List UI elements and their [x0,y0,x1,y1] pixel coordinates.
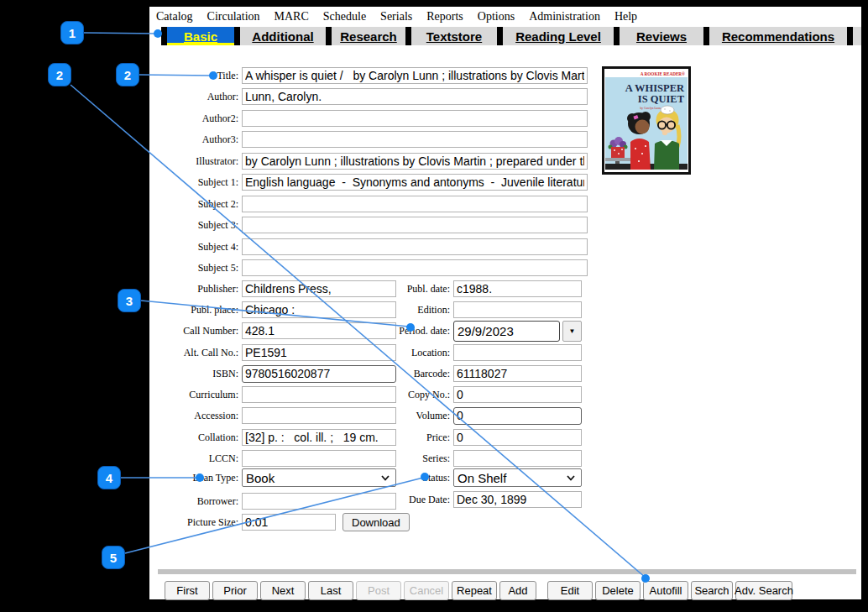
tab-additional[interactable]: Additional [240,27,326,45]
last-button[interactable]: Last [308,581,353,600]
author2-input[interactable] [242,110,588,127]
first-button[interactable]: First [165,581,210,600]
cover-series-text: A ROOKIE READER® [641,71,685,76]
curriculum-label: Curriculum: [149,389,242,401]
post-button[interactable]: Post [356,581,401,600]
tab-separator [326,27,332,45]
series-input[interactable] [453,450,582,467]
period-date-input[interactable] [453,321,560,342]
period-date-dropdown-button[interactable]: ▼ [562,321,582,342]
catalog-window: Catalog Circulation MARC Schedule Serial… [149,7,861,599]
menu-item-marc[interactable]: MARC [275,10,309,24]
delete-button[interactable]: Delete [595,581,641,600]
callout-badge-2a: 2 [48,63,71,86]
menu-item-schedule[interactable]: Schedule [323,10,366,24]
download-button[interactable]: Download [342,513,410,531]
author3-input[interactable] [242,131,588,148]
menu-item-serials[interactable]: Serials [380,10,412,24]
author3-label: Author3: [149,133,242,146]
tab-research-label: Research [340,29,397,44]
illustrator-label: Illustrator: [149,155,242,168]
tab-basic-label: Basic [184,29,217,44]
tab-reviews-label: Reviews [636,29,687,44]
illustrator-input[interactable] [242,153,588,170]
adv-search-button[interactable]: Adv. Search [735,581,792,600]
subject1-input[interactable] [242,174,588,191]
tab-research[interactable]: Research [332,27,405,45]
tab-separator [847,27,853,45]
loan-type-value: Book [246,471,275,485]
add-button[interactable]: Add [499,581,536,600]
subject3-label: Subject 3: [149,219,242,232]
screenshot-root: { "colors": { "accent_blue": "#1187f4", … [0,0,868,612]
period-date-combo: ▼ [453,321,582,342]
volume-input[interactable] [453,407,582,425]
menu-item-options[interactable]: Options [478,10,515,24]
picture-size-input[interactable] [242,514,336,531]
publ-place-label: Publ. place: [149,304,242,316]
tab-textstore[interactable]: Textstore [411,27,497,45]
isbn-label: ISBN: [149,368,242,380]
horizontal-scrollbar-track[interactable] [158,569,856,574]
tab-recommendations[interactable]: Recommendations [709,27,847,45]
copy-no-input[interactable] [453,386,582,403]
subject5-input[interactable] [242,259,588,276]
edition-input[interactable] [453,301,582,318]
tab-reading-level[interactable]: Reading Level [503,27,614,45]
tab-separator [614,27,620,45]
publ-date-input[interactable] [453,280,582,297]
tab-recommendations-label: Recommendations [722,29,834,44]
tab-bar-lead [149,27,161,45]
autofill-button[interactable]: Autofill [643,581,688,600]
cover-title-line2: IS QUIET [638,93,685,105]
callout-badge-4: 4 [97,466,121,489]
subject2-input[interactable] [242,196,588,212]
period-date-label: Period. date: [361,325,453,337]
edit-button[interactable]: Edit [547,581,593,600]
location-label: Location: [361,347,453,359]
author2-label: Author2: [149,112,242,125]
callout-badge-3: 3 [118,289,141,312]
search-button[interactable]: Search [691,581,733,600]
callout-badge-2b: 2 [116,63,139,86]
edition-label: Edition: [361,304,453,316]
alt-call-no-label: Alt. Call No.: [149,347,242,359]
location-input[interactable] [453,344,582,361]
subject3-input[interactable] [242,217,588,233]
title-input[interactable] [242,67,588,84]
due-date-input[interactable] [453,491,582,508]
menu-bar: Catalog Circulation MARC Schedule Serial… [149,7,861,27]
cancel-button[interactable]: Cancel [404,581,449,600]
repeat-button[interactable]: Repeat [452,581,497,600]
menu-item-circulation[interactable]: Circulation [207,10,260,24]
subject4-input[interactable] [242,238,588,255]
next-button[interactable]: Next [260,581,306,600]
borrower-label: Borrower: [149,495,242,508]
book-cover-image: A ROOKIE READER® A WHISPER IS QUIET by C… [602,66,691,175]
barcode-input[interactable] [453,365,582,382]
tab-separator [234,27,240,45]
menu-item-administration[interactable]: Administration [529,10,600,24]
volume-label: Volume: [361,410,453,422]
menu-item-reports[interactable]: Reports [426,10,463,24]
status-label: Status: [361,472,453,484]
menu-item-catalog[interactable]: Catalog [156,10,193,24]
status-select[interactable]: On Shelf [453,468,582,487]
subject2-label: Subject 2: [149,198,242,211]
subject4-label: Subject 4: [149,241,242,254]
menu-item-help[interactable]: Help [614,10,637,24]
tab-reviews[interactable]: Reviews [620,27,703,45]
callout-badge-5: 5 [102,546,125,569]
tab-reading-level-label: Reading Level [515,29,601,44]
prior-button[interactable]: Prior [212,581,258,600]
author-input[interactable] [242,88,588,105]
barcode-label: Barcode: [361,368,453,380]
tab-basic[interactable]: Basic [167,27,234,45]
price-input[interactable] [453,429,582,446]
callout-badge-1: 1 [60,21,84,44]
accession-label: Accession: [149,410,242,422]
chevron-down-icon [567,475,575,481]
status-value: On Shelf [458,471,506,485]
tab-separator [161,27,167,45]
dropdown-arrow-icon: ▼ [569,327,576,335]
